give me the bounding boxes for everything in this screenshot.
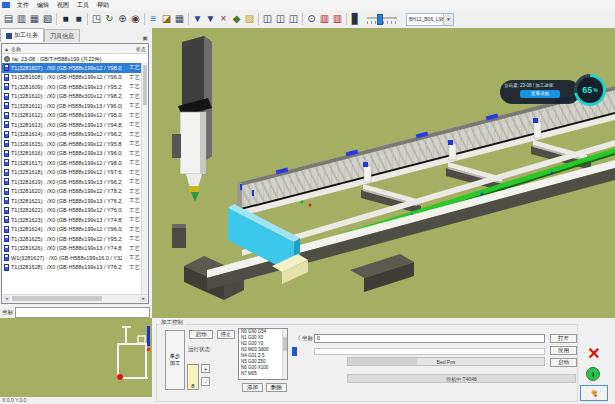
list-item[interactable]: T1(3281618) : /X0 (GB·H588x199x12 / Y97.… [2,168,142,178]
part-doc-icon [4,245,9,252]
nc-program-listbox[interactable]: N0 G90 G54N1 G00 X0N2 G00 Y0N3 M03 S800N… [238,328,288,380]
zoom-slider[interactable] [365,13,399,25]
list-vscrollbar[interactable] [141,63,148,295]
list-view-icon[interactable]: ≡ [147,12,160,26]
run-button[interactable]: 启动 [550,358,577,367]
panel-pin-icon[interactable]: ▣ [141,34,149,42]
check-icon[interactable]: ◆ [230,12,243,26]
zoom-in-icon[interactable]: ⊕ [116,12,129,26]
move-down-icon[interactable]: ▼ [191,12,204,26]
list-item[interactable]: T1(3281625) : /X0 (GB·H588x199x12 / Y95.… [2,234,142,244]
list-hscrollbar[interactable]: ◄ ► [2,294,148,303]
nc-scrollbar[interactable] [282,329,287,379]
search-icon[interactable]: ⊙ [305,12,318,26]
machine-2d-minimap[interactable] [0,318,152,397]
new-file-icon[interactable]: ▤ [2,12,15,26]
menu-item[interactable]: 帮助 [93,0,113,10]
list-item[interactable]: T1(3281620) : /X0 (GB·H588x199x12 / Y78.… [2,187,142,197]
target-icon[interactable]: ◉ [129,12,142,26]
add-button[interactable]: 添加 [242,383,263,392]
open-file-icon[interactable]: ▥ [15,12,28,26]
toolbar-separator [302,13,303,25]
machine-3-icon[interactable]: ◫ [287,12,300,26]
badge-text: 当前梁: 23-08 / 加工进度 [504,83,576,88]
rate-plus-button[interactable]: + [201,364,210,373]
board-view-2-icon[interactable]: ■ [72,12,85,26]
chevron-down-icon[interactable]: ▼ [443,14,453,25]
progress-badge-pill: 当前梁: 23-08 / 加工进度 查看详情 [500,80,580,104]
menu-item[interactable]: 文件 [13,0,33,10]
report-red-2-icon[interactable]: ▥ [331,12,344,26]
list-item[interactable]: T1(3281623) : /X0 (GB·H588x199x13 / Y74.… [2,215,142,225]
move-down-2-icon[interactable]: ▼ [204,12,217,26]
start-button[interactable]: 启动 [189,330,213,339]
manual-tool-button[interactable]: ↯ [580,385,608,401]
list-item[interactable]: T1(3281609) : /X0 (GB·H588x199x13 / Y95.… [2,82,142,92]
list-header[interactable]: ▲ 名称 状态 [2,44,148,54]
machining-control-panel: 加工控制 单步 加工 启动 停止 运行状态: 8 + - N0 G90 G54N… [152,318,615,404]
machine-3d-viewport[interactable]: 当前梁: 23-08 / 加工进度 查看详情 65 % [152,28,615,318]
badge-detail-button[interactable]: 查看详情 [520,90,560,98]
report-red-icon[interactable]: ▥ [318,12,331,26]
scroll-left-icon[interactable]: ◄ [3,296,10,302]
tab-task-list[interactable]: 加工任务 [0,28,44,42]
status-field[interactable] [15,307,150,318]
save-file-icon[interactable]: ▦ [28,12,41,26]
list-item[interactable]: T1(3281621) : /X0 (GB·H588x199x13 / Y76.… [2,196,142,206]
list-item[interactable]: T1(3281613) : /X0 (GB·H588x199x13 / Y94.… [2,120,142,130]
grid-icon[interactable]: ▦ [173,12,186,26]
part-doc-icon [4,226,9,233]
delete-button[interactable]: 删除 [266,383,287,392]
list-item[interactable]: T1(3281615) : /X0 (GB·H588x199x12 / Y95.… [2,139,142,149]
toolbar-separator [56,13,57,25]
tab-tool-info[interactable]: 刀具信息 [44,29,80,42]
apply-button[interactable]: 应用 [550,346,577,355]
scroll-right-icon[interactable]: ► [140,296,147,302]
bed-position-button[interactable]: Bed Pos [347,357,545,366]
list-item[interactable]: T1(3281619) : /X0 (GB·H588x199x13 / Y96.… [2,177,142,187]
edit-icon[interactable]: ◪ [160,12,173,26]
list-item[interactable]: T1(3281622) : /X0 (GB·H588x199x12 / Y76.… [2,206,142,216]
machine-1-icon[interactable]: ◫ [261,12,274,26]
info-button[interactable]: i [586,367,600,381]
save-all-icon[interactable]: ▧ [41,12,54,26]
name-column-label: 名称 [11,46,21,52]
export-icon[interactable]: ▨ [243,12,256,26]
slider-thumb[interactable] [377,14,383,25]
coordinate-input[interactable]: 0 [314,334,545,343]
board-view-icon[interactable]: ■ [59,12,72,26]
list-item[interactable]: T1(3281610) : /X0 (GB·H588x300x12 / Y98.… [2,92,142,102]
list-item[interactable]: T1(3281626) : /X0 (GB·H588x199x13 / Y74.… [2,244,142,254]
stop-button[interactable]: 停止 [217,330,235,339]
list-item[interactable]: W1(3281627) : /X0 (GB·H588x199x16.0 / Y3… [2,253,142,263]
delete-icon[interactable]: × [217,12,230,26]
list-item[interactable]: T1(3281614) : /X0 (GB·H588x199x12 / Y96.… [2,130,142,140]
list-item[interactable]: T1(3281607) : /X0 (GB·H588x199x12 / Y98.… [2,63,142,73]
chart-icon[interactable]: ▊ [349,12,362,26]
app-icon [2,2,10,8]
menu-item[interactable]: 编辑 [33,0,53,10]
menu-item[interactable]: 工具 [73,0,93,10]
menu-item[interactable]: 视图 [53,0,73,10]
list-item[interactable]: T1(3281628) : /X0 (GB·H588x199x13 / Y76.… [2,263,142,273]
list-item[interactable]: T1(3281612) : /X0 (GB·H588x199x12 / Y95.… [2,111,142,121]
part-doc-icon [4,178,9,185]
machine-2-icon[interactable]: ◫ [274,12,287,26]
list-item[interactable]: T1(3281616) : /X0 (GB·H588x199x13 / Y96.… [2,149,142,159]
rate-minus-button[interactable]: - [201,377,210,386]
program-combobox[interactable]: BH12_B06_L9800 ▼ [406,13,454,26]
position-track[interactable] [314,348,545,355]
list-item[interactable]: T1(3281608) : /X0 (GB·H588x199x12 / Y96.… [2,73,142,83]
part-doc-icon [4,102,9,109]
sort-icon[interactable]: ▲ [4,46,9,52]
abort-button[interactable]: ✕ [582,344,606,364]
select-frame-icon[interactable]: ◳ [90,12,103,26]
list-item[interactable]: T1(3281611) : /X0 (GB·H588x199x13 / Y96.… [2,101,142,111]
part-doc-icon [4,150,9,157]
list-item[interactable]: T1(3281617) : /X0 (GB·H588x199x12 / Y98.… [2,158,142,168]
list-item[interactable]: T1(3281624) : /X0 (GB·H588x199x12 / Y96.… [2,225,142,235]
nc-line[interactable]: N7 M05 [239,371,287,377]
open-file-button[interactable]: 打开 [550,334,577,343]
single-step-button[interactable]: 单步 加工 [165,330,185,390]
rotate-view-icon[interactable]: ↻ [103,12,116,26]
